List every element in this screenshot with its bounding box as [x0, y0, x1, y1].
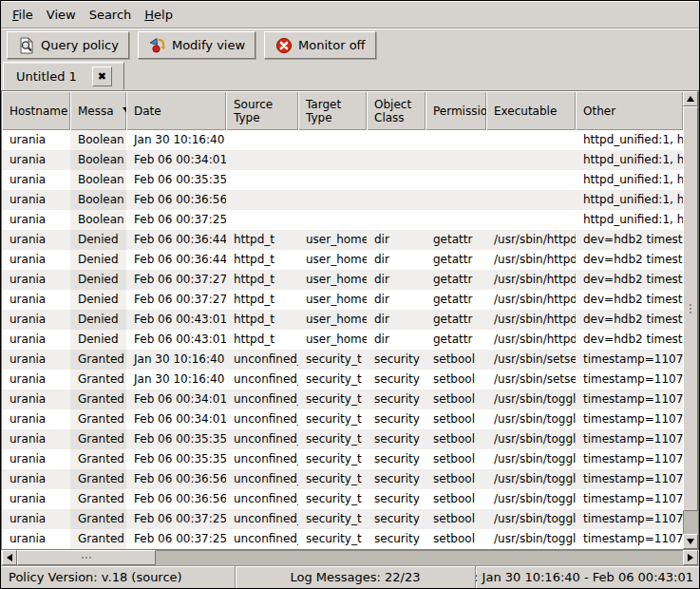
cell-date: Feb 06 00:37:25: [126, 509, 226, 529]
cell-hostname: urania: [2, 170, 70, 190]
column-header-source-type[interactable]: SourceType: [226, 91, 298, 130]
column-header-target-type[interactable]: TargetType: [298, 91, 367, 130]
cell-message: Denied: [70, 250, 126, 270]
cell-hostname: urania: [2, 270, 70, 290]
cell-target-type: security_t: [298, 429, 367, 449]
column-header-object-class[interactable]: ObjectClass: [367, 91, 426, 130]
column-header-permission[interactable]: Permission: [426, 91, 486, 130]
cell-message: Granted: [70, 529, 126, 549]
cell-executable: /usr/sbin/httpd: [486, 270, 576, 290]
column-header-hostname[interactable]: Hostname: [2, 91, 70, 130]
cell-date: Feb 06 00:36:56: [126, 489, 226, 509]
log-row[interactable]: uraniaDeniedFeb 06 00:36:44httpd_tuser_h…: [2, 230, 683, 250]
cell-target-type: user_home_: [298, 310, 367, 330]
log-row[interactable]: uraniaBooleanFeb 06 00:37:25httpd_unifie…: [2, 210, 683, 230]
vertical-scrollbar-track[interactable]: [683, 106, 698, 534]
column-header-message[interactable]: Messa: [70, 91, 126, 130]
tab-close-button[interactable]: ✖: [92, 66, 112, 86]
arrow-up-icon: [687, 96, 694, 102]
log-row[interactable]: uraniaGrantedFeb 06 00:37:25unconfined_s…: [2, 529, 683, 549]
cell-other: timestamp=11076: [576, 509, 683, 529]
log-row[interactable]: uraniaGrantedJan 30 10:16:40unconfined_s…: [2, 350, 683, 370]
scroll-down-button[interactable]: [683, 534, 698, 549]
cell-permission: setbool: [426, 429, 486, 449]
status-dates: Dates: Jan 30 10:16:40 - Feb 06 00:43:01: [475, 566, 699, 588]
menu-search[interactable]: Search: [83, 4, 139, 26]
monitor-off-button[interactable]: Monitor off: [264, 31, 375, 59]
cell-executable: /usr/sbin/httpd: [486, 230, 576, 250]
cell-target-type: [298, 170, 367, 190]
log-row[interactable]: uraniaBooleanJan 30 10:16:40httpd_unifie…: [2, 130, 683, 150]
cell-hostname: urania: [2, 190, 70, 210]
cell-source-type: httpd_t: [226, 330, 298, 350]
cell-executable: /usr/sbin/toggle: [486, 489, 576, 509]
cell-permission: getattr: [426, 270, 486, 290]
log-row[interactable]: uraniaGrantedFeb 06 00:34:01unconfined_s…: [2, 390, 683, 409]
cell-date: Feb 06 00:37:25: [126, 529, 226, 549]
cell-other: timestamp=11076: [576, 390, 683, 409]
cell-source-type: httpd_t: [226, 230, 298, 250]
cell-other: httpd_unified:1, h: [576, 190, 683, 210]
vertical-scrollbar[interactable]: [683, 91, 698, 549]
cell-object-class: [367, 130, 426, 150]
log-row[interactable]: uraniaGrantedFeb 06 00:36:56unconfined_s…: [2, 469, 683, 489]
scroll-right-button[interactable]: [683, 550, 698, 565]
cell-source-type: httpd_t: [226, 250, 298, 270]
horizontal-scrollbar-track[interactable]: [17, 550, 683, 565]
log-row[interactable]: uraniaGrantedFeb 06 00:35:35unconfined_s…: [2, 449, 683, 469]
cell-object-class: security: [367, 509, 426, 529]
log-row[interactable]: uraniaGrantedFeb 06 00:34:01unconfined_s…: [2, 409, 683, 429]
cell-executable: /usr/sbin/toggle: [486, 409, 576, 429]
cell-other: timestamp=11076: [576, 409, 683, 429]
query-policy-button[interactable]: Query policy: [7, 31, 129, 59]
cell-permission: setbool: [426, 390, 486, 409]
log-row[interactable]: uraniaBooleanFeb 06 00:34:01httpd_unifie…: [2, 150, 683, 170]
cell-hostname: urania: [2, 210, 70, 230]
cell-permission: getattr: [426, 310, 486, 330]
status-policy-version: Policy Version: v.18 (source): [1, 566, 235, 588]
horizontal-scrollbar[interactable]: [2, 550, 698, 565]
menu-file[interactable]: File: [6, 4, 40, 26]
cell-object-class: [367, 150, 426, 170]
cell-hostname: urania: [2, 250, 70, 270]
cell-date: Jan 30 10:16:40: [126, 370, 226, 390]
arrow-left-icon: [7, 554, 12, 561]
cell-message: Granted: [70, 469, 126, 489]
scroll-up-button[interactable]: [683, 91, 698, 106]
scroll-left-button[interactable]: [2, 550, 17, 565]
cell-date: Jan 30 10:16:40: [126, 350, 226, 370]
column-header-executable[interactable]: Executable: [486, 91, 576, 130]
log-row[interactable]: uraniaGrantedFeb 06 00:35:35unconfined_s…: [2, 429, 683, 449]
cell-executable: /usr/sbin/httpd: [486, 290, 576, 310]
cell-source-type: unconfined_: [226, 429, 298, 449]
horizontal-scrollbar-thumb[interactable]: [17, 550, 156, 565]
cell-hostname: urania: [2, 130, 70, 150]
menu-help[interactable]: Help: [138, 4, 180, 26]
cell-message: Denied: [70, 270, 126, 290]
cell-object-class: security: [367, 370, 426, 390]
column-header-other[interactable]: Other: [576, 91, 683, 130]
modify-view-label: Modify view: [172, 38, 245, 52]
menu-view[interactable]: View: [40, 4, 83, 26]
tab-untitled-1[interactable]: Untitled 1 ✖: [3, 62, 124, 90]
cell-target-type: security_t: [298, 350, 367, 370]
cell-message: Granted: [70, 489, 126, 509]
log-row[interactable]: uraniaDeniedFeb 06 00:43:01httpd_tuser_h…: [2, 310, 683, 330]
cell-target-type: user_home_: [298, 230, 367, 250]
column-header-date[interactable]: Date: [126, 91, 226, 130]
log-row[interactable]: uraniaGrantedJan 30 10:16:40unconfined_s…: [2, 370, 683, 390]
log-row[interactable]: uraniaGrantedFeb 06 00:36:56unconfined_s…: [2, 489, 683, 509]
cell-message: Boolean: [70, 190, 126, 210]
log-row[interactable]: uraniaDeniedFeb 06 00:37:27httpd_tuser_h…: [2, 290, 683, 310]
cell-object-class: security: [367, 350, 426, 370]
log-row[interactable]: uraniaDeniedFeb 06 00:37:27httpd_tuser_h…: [2, 270, 683, 290]
cell-other: timestamp=11076: [576, 529, 683, 549]
log-row[interactable]: uraniaBooleanFeb 06 00:35:35httpd_unifie…: [2, 170, 683, 190]
log-row[interactable]: uraniaDeniedFeb 06 00:36:44httpd_tuser_h…: [2, 250, 683, 270]
cell-other: dev=hdb2 timesta: [576, 270, 683, 290]
vertical-scrollbar-thumb[interactable]: [683, 106, 698, 511]
modify-view-button[interactable]: Modify view: [138, 31, 255, 59]
log-row[interactable]: uraniaDeniedFeb 06 00:43:01httpd_tuser_h…: [2, 330, 683, 350]
log-row[interactable]: uraniaBooleanFeb 06 00:36:56httpd_unifie…: [2, 190, 683, 210]
log-row[interactable]: uraniaGrantedFeb 06 00:37:25unconfined_s…: [2, 509, 683, 529]
